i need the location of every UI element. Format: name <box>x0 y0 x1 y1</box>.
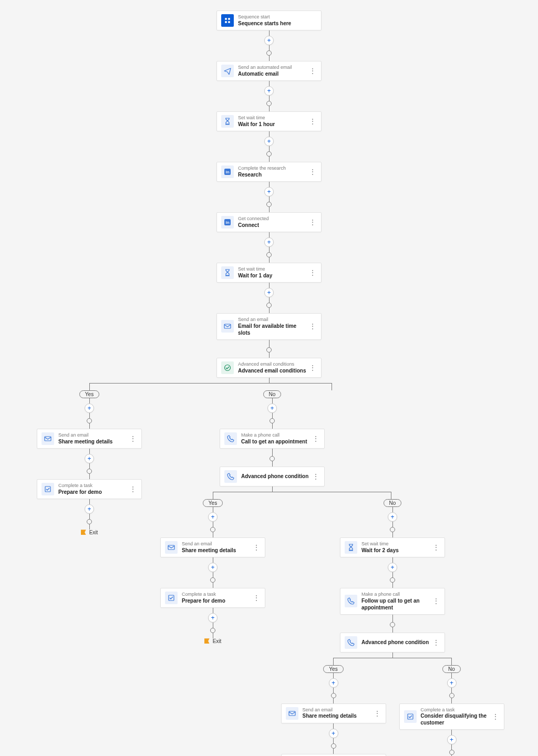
node-label: Send an email <box>238 317 308 323</box>
junction-dot <box>449 693 454 698</box>
add-step-button[interactable]: + <box>264 288 274 297</box>
more-menu-button[interactable]: ⋮ <box>432 544 440 551</box>
node-connect[interactable]: Get connected Connect ⋮ <box>216 212 322 232</box>
decision-no: No <box>263 390 282 398</box>
exit-node: Exit <box>204 638 222 644</box>
junction-dot <box>266 202 272 207</box>
more-menu-button[interactable]: ⋮ <box>129 485 137 493</box>
node-title: Advanced email conditions <box>238 367 308 374</box>
node-email-time-slots[interactable]: Send an email Email for available time s… <box>216 313 322 340</box>
junction-dot <box>270 456 275 461</box>
more-menu-button[interactable]: ⋮ <box>308 323 317 330</box>
node-title: Email for available time slots <box>238 323 308 336</box>
node-prepare-demo-2[interactable]: Complete a taskPrepare for demo ⋮ <box>160 588 265 608</box>
node-label: Set wait time <box>238 115 308 121</box>
add-step-button[interactable]: + <box>447 735 457 744</box>
more-menu-button[interactable]: ⋮ <box>491 713 500 720</box>
flag-icon <box>204 638 210 644</box>
branch-split-line <box>274 658 511 665</box>
node-label: Send an automated email <box>238 65 308 70</box>
more-menu-button[interactable]: ⋮ <box>252 594 261 602</box>
more-menu-button[interactable]: ⋮ <box>129 435 137 442</box>
task-icon <box>404 710 417 723</box>
node-sequence-start[interactable]: Sequence start Sequence starts here <box>216 11 322 30</box>
node-label: Sequence start <box>238 14 317 20</box>
node-advanced-phone-condition-1[interactable]: Advanced phone condition ⋮ <box>220 467 325 486</box>
add-step-button[interactable]: + <box>85 403 94 413</box>
more-menu-button[interactable]: ⋮ <box>432 597 440 605</box>
node-label: Complete the research <box>238 165 308 171</box>
add-step-button[interactable]: + <box>267 403 277 413</box>
add-step-button[interactable]: + <box>388 563 397 572</box>
connector: + <box>264 182 274 212</box>
add-step-button[interactable]: + <box>264 187 274 196</box>
junction-dot <box>270 418 275 423</box>
more-menu-button[interactable]: ⋮ <box>308 67 317 75</box>
more-menu-button[interactable]: ⋮ <box>373 710 381 717</box>
linkedin-icon <box>221 216 234 229</box>
node-disqualify[interactable]: Complete a taskConsider disqualifying th… <box>399 703 504 730</box>
phone-icon <box>224 432 237 445</box>
node-prepare-demo-3[interactable]: Complete a taskPrepare for demo ⋮ <box>281 754 386 756</box>
decision-yes: Yes <box>203 499 223 507</box>
decision-no: No <box>442 665 461 673</box>
add-step-button[interactable]: + <box>208 563 218 572</box>
email-icon <box>165 541 178 554</box>
more-menu-button[interactable]: ⋮ <box>312 435 320 442</box>
add-step-button[interactable]: + <box>208 613 218 623</box>
more-menu-button[interactable]: ⋮ <box>308 219 317 226</box>
branch-yes-3: Yes + Send an emailShare meeting details… <box>274 665 392 756</box>
node-label: Advanced email conditions <box>238 361 308 367</box>
node-label: Get connected <box>238 216 308 222</box>
more-menu-button[interactable]: ⋮ <box>308 118 317 125</box>
add-step-button[interactable]: + <box>447 678 457 688</box>
flag-icon <box>81 530 86 535</box>
branch-no: No + Make a phone callCall to get an app… <box>151 390 511 756</box>
add-step-button[interactable]: + <box>264 86 274 96</box>
send-icon <box>221 65 234 77</box>
node-call-appointment[interactable]: Make a phone callCall to get an appointm… <box>220 429 325 449</box>
junction-dot <box>390 577 395 583</box>
add-step-button[interactable]: + <box>329 729 338 738</box>
node-share-meeting-2[interactable]: Send an emailShare meeting details ⋮ <box>160 537 265 557</box>
node-advanced-phone-condition-2[interactable]: Advanced phone condition ⋮ <box>340 633 445 653</box>
node-advanced-email-conditions[interactable]: Advanced email conditions Advanced email… <box>216 358 322 378</box>
node-share-meeting-3[interactable]: Send an emailShare meeting details ⋮ <box>281 703 386 723</box>
more-menu-button[interactable]: ⋮ <box>308 364 317 371</box>
add-step-button[interactable]: + <box>264 237 274 247</box>
email-icon <box>42 432 54 445</box>
flow-root: Sequence start Sequence starts here + Se… <box>27 11 511 756</box>
node-prepare-demo-1[interactable]: Complete a taskPrepare for demo ⋮ <box>37 479 142 499</box>
add-step-button[interactable]: + <box>264 137 274 146</box>
more-menu-button[interactable]: ⋮ <box>312 473 320 480</box>
junction-dot <box>210 628 215 633</box>
add-step-button[interactable]: + <box>85 504 94 514</box>
node-title: Sequence starts here <box>238 20 317 27</box>
branch-no-3: No + Complete a taskConsider disqualifyi… <box>392 665 511 756</box>
junction-dot <box>87 469 92 474</box>
add-step-button[interactable]: + <box>208 512 218 522</box>
add-step-button[interactable]: + <box>85 454 94 463</box>
connector: + <box>264 232 274 263</box>
phone-icon <box>224 470 237 483</box>
more-menu-button[interactable]: ⋮ <box>308 168 317 175</box>
more-menu-button[interactable]: ⋮ <box>432 639 440 646</box>
node-wait-1-hour[interactable]: Set wait time Wait for 1 hour ⋮ <box>216 111 322 131</box>
node-followup-call[interactable]: Make a phone callFollow up call to get a… <box>340 588 445 615</box>
node-wait-1-day[interactable]: Set wait time Wait for 1 day ⋮ <box>216 263 322 283</box>
junction-dot <box>87 519 92 524</box>
add-step-button[interactable]: + <box>264 36 274 45</box>
node-share-meeting-1[interactable]: Send an emailShare meeting details ⋮ <box>37 429 142 449</box>
node-automatic-email[interactable]: Send an automated email Automatic email … <box>216 61 322 81</box>
node-wait-2-days[interactable]: Set wait timeWait for 2 days ⋮ <box>340 537 445 557</box>
hourglass-icon <box>221 115 234 128</box>
more-menu-button[interactable]: ⋮ <box>308 269 317 276</box>
add-step-button[interactable]: + <box>329 678 338 688</box>
hourglass-icon <box>221 266 234 279</box>
add-step-button[interactable]: + <box>388 512 397 522</box>
branch-split-line <box>151 492 511 499</box>
more-menu-button[interactable]: ⋮ <box>252 544 261 551</box>
node-title: Research <box>238 171 308 178</box>
node-title: Connect <box>238 222 308 229</box>
node-research[interactable]: Complete the research Research ⋮ <box>216 162 322 182</box>
